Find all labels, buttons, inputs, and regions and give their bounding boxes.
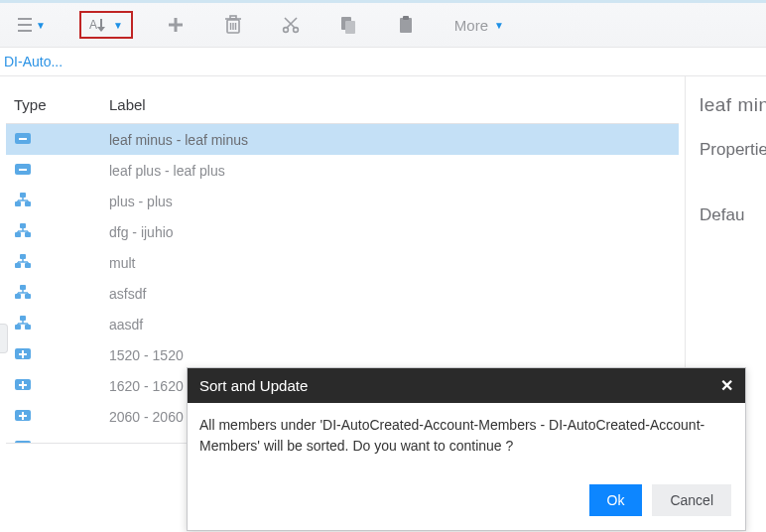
leaf-plus-icon [6,401,101,432]
trash-icon [224,15,242,35]
side-panel-properties: Propertie [700,140,766,160]
row-label: mult [101,247,679,278]
side-panel-title: leaf min [700,94,766,116]
panel-collapse-handle[interactable] [0,324,8,353]
svg-rect-20 [400,18,412,33]
row-label: plus - plus [101,186,679,216]
svg-rect-26 [20,193,26,198]
dialog-footer: Ok Cancel [188,474,745,530]
svg-rect-35 [25,232,31,237]
leaf-minus-icon [6,155,101,186]
svg-rect-47 [20,285,26,290]
table-row[interactable]: plus - plus [6,186,679,216]
leaf-plus-icon [6,339,101,370]
svg-rect-49 [25,294,31,299]
svg-rect-19 [345,21,355,34]
svg-rect-34 [15,232,21,237]
svg-rect-25 [19,169,27,171]
more-button[interactable]: More ▼ [448,13,510,38]
svg-rect-72 [22,443,24,444]
leaf-minus-icon [6,124,101,156]
chevron-down-icon: ▼ [36,20,46,31]
table-row[interactable]: dfg - ijuhio [6,216,679,247]
paste-button[interactable] [391,11,421,39]
delete-button[interactable] [218,11,248,39]
row-label: leaf minus - leaf minus [101,124,679,156]
svg-line-16 [287,18,297,28]
svg-rect-10 [230,16,236,19]
hierarchy-icon [6,186,101,216]
chevron-down-icon: ▼ [494,20,504,31]
row-label: leaf plus - leaf plus [101,155,679,186]
svg-rect-63 [22,350,24,358]
sort-az-icon: A [89,17,107,33]
leaf-plus-icon [6,370,101,401]
cancel-button[interactable]: Cancel [652,484,731,516]
add-button[interactable] [161,12,191,38]
svg-marker-5 [97,27,105,32]
paste-icon [397,15,415,35]
table-row[interactable]: leaf plus - leaf plus [6,155,679,186]
svg-rect-48 [15,294,21,299]
table-row[interactable]: 1520 - 1520 [6,339,679,370]
dialog-body: All members under 'DI-AutoCreated-Accoun… [188,403,745,474]
table-row[interactable]: mult [6,247,679,278]
svg-rect-41 [15,263,21,268]
dialog-title: Sort and Update [199,377,308,394]
sort-button[interactable]: A ▼ [79,11,133,39]
row-label: aasdf [101,309,679,339]
svg-text:A: A [89,18,97,32]
svg-rect-33 [20,223,26,228]
svg-rect-40 [20,254,26,259]
svg-rect-70 [15,441,31,444]
breadcrumb-link[interactable]: DI-Auto... [4,54,63,69]
svg-rect-56 [25,325,31,330]
svg-rect-27 [15,201,21,206]
hierarchy-icon [6,216,101,247]
row-label: asfsdf [101,278,679,309]
hierarchy-icon [6,309,101,339]
leaf-plus-icon [6,432,101,444]
dialog-header[interactable]: Sort and Update ✕ [188,368,745,403]
svg-rect-42 [25,263,31,268]
column-header-type[interactable]: Type [6,86,101,124]
svg-rect-66 [22,381,24,389]
scissors-icon [282,16,300,34]
menu-button[interactable]: ▼ [12,14,52,36]
row-label: 1520 - 1520 [101,339,679,370]
svg-rect-21 [403,16,409,20]
sort-update-dialog: Sort and Update ✕ All members under 'DI-… [187,367,746,531]
hierarchy-icon [6,278,101,309]
svg-rect-55 [15,325,21,330]
chevron-down-icon: ▼ [113,20,123,31]
svg-rect-28 [25,201,31,206]
toolbar: ▼ A ▼ [0,0,766,48]
svg-rect-54 [20,316,26,321]
svg-line-17 [285,18,295,28]
copy-icon [339,15,357,35]
more-label: More [454,17,488,34]
close-icon[interactable]: ✕ [720,376,733,395]
table-row[interactable]: leaf minus - leaf minus [6,124,679,156]
svg-rect-23 [19,138,27,140]
column-header-label[interactable]: Label [101,86,679,124]
row-label: dfg - ijuhio [101,216,679,247]
cut-button[interactable] [276,12,306,38]
copy-button[interactable] [333,11,363,39]
ok-button[interactable]: Ok [589,484,643,516]
svg-rect-69 [22,412,24,420]
plus-icon [167,16,185,34]
side-panel-default: Defau [700,205,766,225]
breadcrumb: DI-Auto... [0,48,766,76]
table-row[interactable]: aasdf [6,309,679,339]
hierarchy-icon [6,247,101,278]
table-row[interactable]: asfsdf [6,278,679,309]
